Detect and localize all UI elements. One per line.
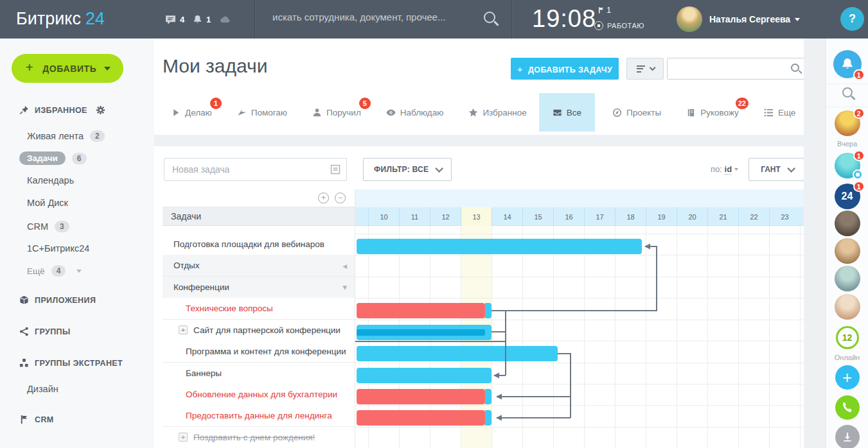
- sidebar-item-4[interactable]: Мой Диск: [27, 198, 68, 208]
- sidebar-item-1[interactable]: Живая лента2: [27, 130, 105, 142]
- sidebar-item-3[interactable]: Календарь: [27, 175, 74, 185]
- day-cell-15[interactable]: 15: [522, 207, 553, 226]
- user-menu[interactable]: Наталья Сергеева: [709, 14, 800, 24]
- sidebar-item-дизайн[interactable]: Дизайн: [27, 384, 58, 394]
- sidebar-section-apps[interactable]: ПРИЛОЖЕНИЯ: [19, 295, 96, 305]
- help-button[interactable]: ?: [840, 7, 864, 31]
- cloud-icon[interactable]: [219, 14, 231, 25]
- day-cell-10[interactable]: 10: [368, 207, 399, 226]
- gantt-row-9[interactable]: Предоставить данные для лендинга: [163, 405, 355, 427]
- call-button[interactable]: [835, 395, 860, 420]
- day-cell-20[interactable]: 20: [677, 207, 707, 226]
- day-cell-11[interactable]: 11: [399, 207, 430, 226]
- bell-count: 1: [206, 15, 211, 24]
- contact-man-outdoors[interactable]: [835, 266, 860, 291]
- contact-man-dark[interactable]: [835, 211, 860, 236]
- sort-by-control[interactable]: по: id: [711, 164, 738, 174]
- gantt-bar-5[interactable]: [357, 325, 492, 340]
- gantt-row-10[interactable]: +Поздравить с днем рождения!: [163, 427, 355, 448]
- tab-1[interactable]: Делаю1: [163, 93, 220, 132]
- tab-label: Наблюдаю: [400, 108, 444, 117]
- form-icon[interactable]: [330, 164, 341, 175]
- gantt-bar-7[interactable]: [357, 368, 492, 383]
- sidebar-section-share[interactable]: ГРУППЫ: [19, 327, 71, 336]
- day-cell-17[interactable]: 17: [584, 207, 615, 226]
- tab-4[interactable]: Наблюдаю: [378, 93, 452, 132]
- tab-5[interactable]: Избранное: [460, 93, 535, 132]
- gantt-view-button[interactable]: ГАНТ: [748, 158, 805, 181]
- global-search-input[interactable]: [272, 12, 478, 22]
- sidebar-item-7[interactable]: Ещё4: [27, 265, 82, 277]
- rail-search-button[interactable]: [842, 87, 853, 98]
- gantt-bar-8[interactable]: [357, 389, 485, 404]
- chat-24[interactable]: 241: [835, 184, 860, 209]
- task-search-input[interactable]: [668, 58, 783, 79]
- gantt-row-5[interactable]: +Сайт для партнерской конференции: [163, 320, 355, 341]
- new-task-input[interactable]: [164, 159, 319, 180]
- search-icon[interactable]: [791, 64, 799, 72]
- gantt-row-3[interactable]: Конференции▾: [163, 277, 355, 298]
- gantt-row-6[interactable]: Программа и контент для конференции: [163, 341, 355, 363]
- contact-woman-longhair[interactable]: [835, 294, 860, 320]
- zoom-in-icon[interactable]: +: [318, 193, 329, 203]
- gear-icon[interactable]: [96, 105, 105, 115]
- expand-icon[interactable]: +: [179, 433, 188, 442]
- clock[interactable]: 19:08: [532, 5, 596, 33]
- rail-add-button[interactable]: +: [835, 365, 860, 390]
- expand-icon[interactable]: +: [179, 325, 188, 334]
- sidebar-item-2[interactable]: Задачи6: [19, 151, 87, 165]
- bell-icon[interactable]: [193, 14, 202, 25]
- task-label: Предоставить данные для лендинга: [186, 411, 332, 420]
- gantt-row-2[interactable]: Отдых◂: [163, 255, 355, 277]
- day-cell-19[interactable]: 19: [646, 207, 677, 226]
- filter-button[interactable]: ФИЛЬТР: ВСЕ: [363, 158, 452, 181]
- day-label: 19: [657, 213, 665, 221]
- flag-counter[interactable]: 1: [598, 6, 611, 15]
- day-cell-22[interactable]: 22: [738, 207, 769, 226]
- gantt-bar-9[interactable]: [357, 410, 485, 426]
- gantt-row-4[interactable]: Технические вопросы: [163, 298, 355, 320]
- tab-6[interactable]: Все: [539, 93, 595, 132]
- view-options-button[interactable]: [626, 58, 664, 80]
- favorites-header[interactable]: ИЗБРАННОЕ: [19, 105, 105, 115]
- work-status-button[interactable]: РАБОТАЮ: [594, 21, 644, 30]
- gantt-row-1[interactable]: Подготовка площадки для вебинаров: [163, 234, 355, 255]
- contact-cartoon-woman[interactable]: 2: [835, 110, 860, 136]
- tab-9[interactable]: Еще: [756, 93, 804, 132]
- gantt-bar-1[interactable]: [357, 239, 642, 254]
- day-cell-21[interactable]: 21: [707, 207, 738, 226]
- gantt-row-7[interactable]: Баннеры: [163, 363, 355, 384]
- download-button[interactable]: [835, 425, 860, 448]
- sidebar-section-flag[interactable]: CRM: [19, 415, 54, 424]
- tab-8[interactable]: Руковожу22: [678, 93, 747, 132]
- tab-3[interactable]: Поручил5: [304, 93, 369, 132]
- tab-7[interactable]: Проекты: [604, 93, 669, 132]
- add-button[interactable]: + ДОБАВИТЬ: [12, 54, 123, 83]
- gantt-bar-4[interactable]: [357, 303, 485, 318]
- sidebar-section-blocks[interactable]: ГРУППЫ ЭКСТРАНЕТ: [19, 358, 123, 368]
- contact-man-smiling[interactable]: [835, 238, 860, 264]
- user-avatar[interactable]: [677, 6, 702, 32]
- app-logo[interactable]: Битрикс24: [16, 9, 105, 29]
- gantt-bar-6[interactable]: [357, 346, 558, 361]
- add-task-button[interactable]: +ДОБАВИТЬ ЗАДАЧУ: [511, 58, 619, 80]
- contact-llama[interactable]: 1: [835, 153, 860, 178]
- day-cell-13[interactable]: 13: [461, 207, 492, 226]
- zoom-out-icon[interactable]: −: [335, 193, 346, 203]
- gantt-row-8[interactable]: Обновление данных для бухгалтерии: [163, 384, 355, 406]
- day-cell-14[interactable]: 14: [492, 207, 522, 226]
- notifications-button[interactable]: 1: [833, 50, 862, 78]
- bitrix24-app: { "topbar": { "logo_part1": "Битрикс", "…: [0, 0, 868, 448]
- chat-icon[interactable]: [164, 14, 177, 25]
- chevron-down-icon[interactable]: ▾: [342, 282, 347, 292]
- sidebar-item-6[interactable]: 1С+Битрикс24: [27, 243, 89, 254]
- online-counter[interactable]: 12: [836, 326, 859, 349]
- search-icon[interactable]: [484, 12, 495, 23]
- day-cell-12[interactable]: 12: [430, 207, 461, 226]
- day-cell-23[interactable]: 23: [769, 207, 800, 226]
- chevron-left-icon[interactable]: ◂: [342, 261, 347, 271]
- day-cell-16[interactable]: 16: [553, 207, 584, 226]
- day-cell-18[interactable]: 18: [615, 207, 646, 226]
- tab-2[interactable]: Помогаю: [229, 93, 296, 132]
- sidebar-item-5[interactable]: CRM3: [27, 221, 69, 232]
